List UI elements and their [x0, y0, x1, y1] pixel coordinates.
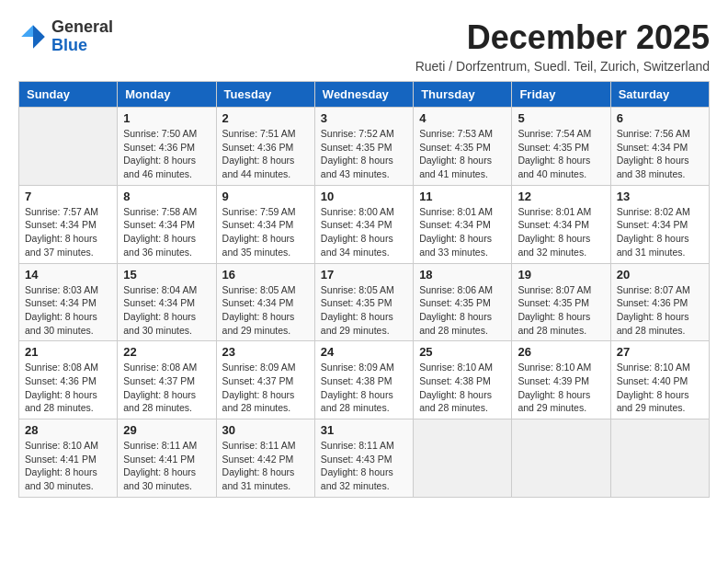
day-number: 2	[222, 111, 309, 125]
calendar-body: 1Sunrise: 7:50 AM Sunset: 4:36 PM Daylig…	[19, 108, 710, 498]
day-number: 19	[518, 268, 604, 282]
day-info: Sunrise: 8:09 AM Sunset: 4:37 PM Dayligh…	[222, 361, 309, 415]
calendar-cell: 2Sunrise: 7:51 AM Sunset: 4:36 PM Daylig…	[216, 108, 314, 186]
day-number: 3	[321, 111, 407, 125]
month-title: December 2025	[415, 18, 710, 57]
day-info: Sunrise: 7:54 AM Sunset: 4:35 PM Dayligh…	[518, 127, 604, 181]
day-info: Sunrise: 8:04 AM Sunset: 4:34 PM Dayligh…	[123, 283, 210, 338]
calendar-cell: 19Sunrise: 8:07 AM Sunset: 4:35 PM Dayli…	[512, 263, 610, 341]
day-header-tuesday: Tuesday	[216, 82, 314, 108]
day-number: 4	[419, 111, 506, 125]
calendar-cell: 16Sunrise: 8:05 AM Sunset: 4:34 PM Dayli…	[216, 263, 314, 341]
day-info: Sunrise: 8:03 AM Sunset: 4:34 PM Dayligh…	[25, 283, 111, 338]
day-info: Sunrise: 8:07 AM Sunset: 4:36 PM Dayligh…	[617, 283, 703, 338]
calendar-cell: 9Sunrise: 7:59 AM Sunset: 4:34 PM Daylig…	[216, 185, 314, 263]
day-info: Sunrise: 8:11 AM Sunset: 4:42 PM Dayligh…	[222, 439, 309, 493]
calendar-cell: 12Sunrise: 8:01 AM Sunset: 4:34 PM Dayli…	[512, 185, 610, 263]
subtitle: Rueti / Dorfzentrum, Suedl. Teil, Zurich…	[415, 59, 710, 74]
day-number: 26	[518, 345, 604, 359]
day-number: 6	[617, 111, 703, 125]
day-number: 24	[321, 345, 407, 359]
calendar-week-3: 14Sunrise: 8:03 AM Sunset: 4:34 PM Dayli…	[19, 263, 710, 341]
day-number: 13	[617, 190, 703, 203]
calendar-cell	[512, 419, 610, 498]
day-number: 29	[123, 423, 210, 437]
calendar-cell: 1Sunrise: 7:50 AM Sunset: 4:36 PM Daylig…	[118, 108, 216, 186]
calendar-cell: 23Sunrise: 8:09 AM Sunset: 4:37 PM Dayli…	[216, 341, 314, 419]
logo-blue: Blue	[51, 36, 87, 54]
day-number: 20	[617, 268, 703, 282]
day-info: Sunrise: 8:10 AM Sunset: 4:39 PM Dayligh…	[518, 361, 604, 415]
day-info: Sunrise: 7:52 AM Sunset: 4:35 PM Dayligh…	[321, 127, 407, 181]
calendar-cell: 28Sunrise: 8:10 AM Sunset: 4:41 PM Dayli…	[19, 419, 118, 498]
calendar-cell: 30Sunrise: 8:11 AM Sunset: 4:42 PM Dayli…	[216, 419, 314, 498]
calendar-cell: 4Sunrise: 7:53 AM Sunset: 4:35 PM Daylig…	[414, 108, 512, 186]
calendar-cell: 24Sunrise: 8:09 AM Sunset: 4:38 PM Dayli…	[314, 341, 413, 419]
calendar-cell: 26Sunrise: 8:10 AM Sunset: 4:39 PM Dayli…	[512, 341, 610, 419]
calendar-cell: 18Sunrise: 8:06 AM Sunset: 4:35 PM Dayli…	[414, 263, 512, 341]
calendar-week-4: 21Sunrise: 8:08 AM Sunset: 4:36 PM Dayli…	[19, 341, 710, 419]
day-info: Sunrise: 7:53 AM Sunset: 4:35 PM Dayligh…	[419, 127, 506, 181]
logo-icon	[18, 22, 48, 52]
day-info: Sunrise: 7:58 AM Sunset: 4:34 PM Dayligh…	[123, 205, 210, 259]
day-info: Sunrise: 8:05 AM Sunset: 4:35 PM Dayligh…	[321, 283, 407, 338]
day-number: 7	[25, 190, 111, 203]
day-info: Sunrise: 8:02 AM Sunset: 4:34 PM Dayligh…	[617, 205, 703, 259]
calendar-cell: 29Sunrise: 8:11 AM Sunset: 4:41 PM Dayli…	[118, 419, 216, 498]
calendar-cell: 5Sunrise: 7:54 AM Sunset: 4:35 PM Daylig…	[512, 108, 610, 186]
calendar-cell: 8Sunrise: 7:58 AM Sunset: 4:34 PM Daylig…	[118, 185, 216, 263]
calendar-cell	[414, 419, 512, 498]
day-info: Sunrise: 8:11 AM Sunset: 4:41 PM Dayligh…	[123, 439, 210, 493]
calendar-cell: 17Sunrise: 8:05 AM Sunset: 4:35 PM Dayli…	[314, 263, 413, 341]
day-info: Sunrise: 7:50 AM Sunset: 4:36 PM Dayligh…	[123, 127, 210, 181]
day-number: 14	[25, 268, 111, 282]
day-header-saturday: Saturday	[610, 82, 709, 108]
day-number: 11	[419, 190, 506, 203]
day-info: Sunrise: 8:07 AM Sunset: 4:35 PM Dayligh…	[518, 283, 604, 338]
day-header-sunday: Sunday	[19, 82, 118, 108]
day-header-monday: Monday	[118, 82, 216, 108]
day-number: 28	[25, 423, 111, 437]
day-number: 1	[123, 111, 210, 125]
calendar-cell: 25Sunrise: 8:10 AM Sunset: 4:38 PM Dayli…	[414, 341, 512, 419]
day-number: 23	[222, 345, 309, 359]
day-info: Sunrise: 7:59 AM Sunset: 4:34 PM Dayligh…	[222, 205, 309, 259]
day-number: 15	[123, 268, 210, 282]
day-number: 5	[518, 111, 604, 125]
svg-marker-1	[21, 25, 33, 37]
calendar-cell: 7Sunrise: 7:57 AM Sunset: 4:34 PM Daylig…	[19, 185, 118, 263]
svg-marker-0	[33, 25, 45, 49]
day-number: 17	[321, 268, 407, 282]
title-block: December 2025 Rueti / Dorfzentrum, Suedl…	[415, 18, 710, 74]
calendar-cell: 13Sunrise: 8:02 AM Sunset: 4:34 PM Dayli…	[610, 185, 709, 263]
calendar-week-5: 28Sunrise: 8:10 AM Sunset: 4:41 PM Dayli…	[19, 419, 710, 498]
calendar-cell: 31Sunrise: 8:11 AM Sunset: 4:43 PM Dayli…	[314, 419, 413, 498]
calendar-week-2: 7Sunrise: 7:57 AM Sunset: 4:34 PM Daylig…	[19, 185, 710, 263]
calendar-table: SundayMondayTuesdayWednesdayThursdayFrid…	[18, 81, 710, 498]
calendar-cell: 14Sunrise: 8:03 AM Sunset: 4:34 PM Dayli…	[19, 263, 118, 341]
day-header-friday: Friday	[512, 82, 610, 108]
calendar-cell: 21Sunrise: 8:08 AM Sunset: 4:36 PM Dayli…	[19, 341, 118, 419]
day-info: Sunrise: 7:57 AM Sunset: 4:34 PM Dayligh…	[25, 205, 111, 259]
logo-general: General	[51, 17, 113, 36]
day-number: 18	[419, 268, 506, 282]
day-info: Sunrise: 8:01 AM Sunset: 4:34 PM Dayligh…	[419, 205, 506, 259]
day-number: 21	[25, 345, 111, 359]
day-number: 10	[321, 190, 407, 203]
day-info: Sunrise: 8:06 AM Sunset: 4:35 PM Dayligh…	[419, 283, 506, 338]
day-number: 25	[419, 345, 506, 359]
page-header: General Blue December 2025 Rueti / Dorfz…	[18, 18, 710, 74]
day-number: 12	[518, 190, 604, 203]
day-info: Sunrise: 8:08 AM Sunset: 4:36 PM Dayligh…	[25, 361, 111, 415]
day-info: Sunrise: 7:56 AM Sunset: 4:34 PM Dayligh…	[617, 127, 703, 181]
day-number: 31	[321, 423, 407, 437]
day-info: Sunrise: 8:08 AM Sunset: 4:37 PM Dayligh…	[123, 361, 210, 415]
day-info: Sunrise: 8:10 AM Sunset: 4:40 PM Dayligh…	[617, 361, 703, 415]
calendar-cell	[19, 108, 118, 186]
calendar-cell: 27Sunrise: 8:10 AM Sunset: 4:40 PM Dayli…	[610, 341, 709, 419]
day-number: 22	[123, 345, 210, 359]
day-number: 27	[617, 345, 703, 359]
calendar-week-1: 1Sunrise: 7:50 AM Sunset: 4:36 PM Daylig…	[19, 108, 710, 186]
day-header-wednesday: Wednesday	[314, 82, 413, 108]
logo: General Blue	[18, 18, 113, 55]
